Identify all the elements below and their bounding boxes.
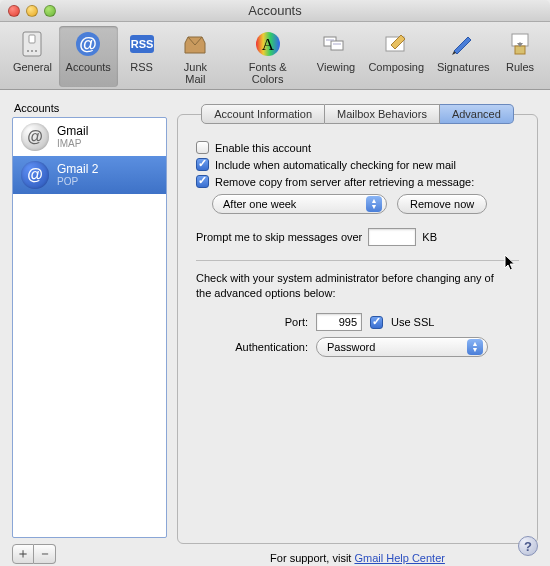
remove-after-value: After one week	[223, 198, 296, 210]
add-account-button[interactable]: ＋	[12, 544, 34, 564]
account-name: Gmail 2	[57, 162, 98, 176]
viewing-icon	[320, 28, 352, 60]
toolbar-signatures[interactable]: Signatures	[430, 26, 496, 87]
admin-note: Check with your system administrator bef…	[196, 271, 506, 301]
support-link[interactable]: Gmail Help Center	[354, 552, 444, 564]
support-prefix: For support, visit	[270, 552, 354, 564]
use-ssl-label: Use SSL	[391, 316, 434, 328]
include-auto-check-checkbox[interactable]	[196, 158, 209, 171]
account-row-gmail-2[interactable]: @ Gmail 2 POP	[13, 156, 166, 194]
account-type: POP	[57, 176, 98, 188]
enable-account-checkbox[interactable]	[196, 141, 209, 154]
port-input[interactable]	[316, 313, 362, 331]
authentication-value: Password	[327, 341, 375, 353]
toolbar-viewing[interactable]: Viewing	[310, 26, 362, 87]
svg-rect-12	[331, 41, 343, 50]
signatures-icon	[447, 28, 479, 60]
advanced-panel: Enable this account Include when automat…	[177, 114, 538, 544]
prompt-size-input[interactable]	[368, 228, 416, 246]
toolbar-rules[interactable]: Rules	[496, 26, 544, 87]
account-type: IMAP	[57, 138, 88, 150]
composing-icon	[380, 28, 412, 60]
remove-after-select[interactable]: After one week ▲▼	[212, 194, 387, 214]
svg-text:A: A	[261, 35, 274, 54]
divider	[196, 260, 519, 261]
svg-text:RSS: RSS	[130, 38, 153, 50]
svg-point-2	[27, 50, 29, 52]
junk-mail-icon	[179, 28, 211, 60]
toolbar-junk-mail[interactable]: Junk Mail	[166, 26, 226, 87]
help-button[interactable]: ?	[518, 536, 538, 556]
at-sign-icon: @	[21, 123, 49, 151]
prompt-prefix-label: Prompt me to skip messages over	[196, 231, 362, 243]
svg-point-3	[31, 50, 33, 52]
toolbar-composing[interactable]: Composing	[362, 26, 430, 87]
use-ssl-checkbox[interactable]	[370, 316, 383, 329]
support-footer: For support, visit Gmail Help Center	[177, 544, 538, 564]
prompt-suffix-label: KB	[422, 231, 437, 243]
accounts-list: @ Gmail IMAP @ Gmail 2 POP	[12, 117, 167, 538]
svg-rect-17	[515, 46, 525, 54]
rules-icon	[504, 28, 536, 60]
at-sign-icon: @	[21, 161, 49, 189]
tab-account-information[interactable]: Account Information	[201, 104, 325, 124]
toolbar-rss[interactable]: RSS RSS	[118, 26, 166, 87]
general-icon	[16, 28, 48, 60]
rss-icon: RSS	[126, 28, 158, 60]
authentication-label: Authentication:	[196, 341, 308, 353]
chevron-up-down-icon: ▲▼	[366, 196, 382, 212]
chevron-up-down-icon: ▲▼	[467, 339, 483, 355]
tab-advanced[interactable]: Advanced	[440, 104, 514, 124]
remove-account-button[interactable]: －	[34, 544, 56, 564]
port-label: Port:	[196, 316, 308, 328]
authentication-select[interactable]: Password ▲▼	[316, 337, 488, 357]
account-name: Gmail	[57, 124, 88, 138]
fonts-colors-icon: A	[252, 28, 284, 60]
remove-copy-label: Remove copy from server after retrieving…	[215, 176, 474, 188]
enable-account-label: Enable this account	[215, 142, 311, 154]
preferences-toolbar: General @ Accounts RSS RSS Junk Mail A F…	[0, 22, 550, 90]
account-row-gmail[interactable]: @ Gmail IMAP	[13, 118, 166, 156]
sidebar-title: Accounts	[12, 102, 167, 117]
title-bar: Accounts	[0, 0, 550, 22]
svg-rect-1	[29, 35, 35, 43]
content-area: Accounts @ Gmail IMAP @ Gmail 2 POP ＋ －	[0, 90, 550, 566]
window-title: Accounts	[0, 3, 550, 18]
include-auto-check-label: Include when automatically checking for …	[215, 159, 456, 171]
svg-point-4	[35, 50, 37, 52]
svg-text:@: @	[79, 34, 97, 54]
remove-now-button[interactable]: Remove now	[397, 194, 487, 214]
toolbar-accounts[interactable]: @ Accounts	[59, 26, 118, 87]
at-sign-icon: @	[72, 28, 104, 60]
toolbar-general[interactable]: General	[6, 26, 59, 87]
tab-mailbox-behaviors[interactable]: Mailbox Behaviors	[325, 104, 440, 124]
cursor-icon	[504, 254, 518, 272]
toolbar-fonts-colors[interactable]: A Fonts & Colors	[225, 26, 310, 87]
remove-copy-checkbox[interactable]	[196, 175, 209, 188]
tab-bar: Account Information Mailbox Behaviors Ad…	[177, 104, 538, 124]
